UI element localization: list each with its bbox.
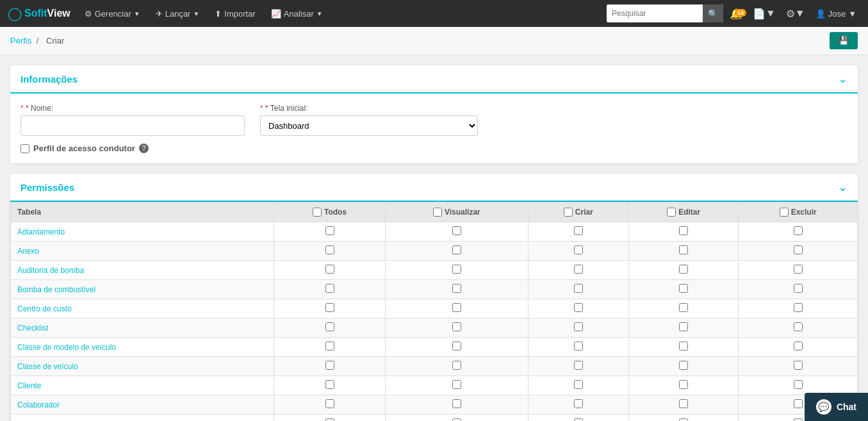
row-editar-checkbox[interactable] — [679, 380, 688, 389]
nav-lancar[interactable]: ✈ Lançar ▼ — [149, 0, 206, 27]
nav-importar[interactable]: ⬆ Importar — [208, 0, 261, 27]
row-editar-checkbox[interactable] — [679, 418, 688, 421]
row-editar-cell — [628, 280, 738, 299]
row-excluir-checkbox[interactable] — [794, 342, 803, 351]
row-criar-checkbox[interactable] — [574, 284, 583, 293]
row-todos-checkbox[interactable] — [325, 226, 334, 235]
row-excluir-checkbox[interactable] — [794, 245, 803, 254]
user-menu[interactable]: 👤 Jose ▼ — [812, 9, 860, 19]
collapse-permissions-icon[interactable]: ⌄ — [838, 180, 848, 194]
brand-logo[interactable]: ◯ Sofit View — [8, 6, 70, 21]
row-todos-checkbox[interactable] — [325, 380, 334, 389]
breadcrumb-parent[interactable]: Perfis — [10, 36, 31, 45]
row-editar-checkbox[interactable] — [679, 265, 688, 274]
row-todos-checkbox[interactable] — [325, 342, 334, 351]
row-visualizar-checkbox[interactable] — [452, 245, 461, 254]
row-excluir-checkbox[interactable] — [794, 303, 803, 312]
row-criar-checkbox[interactable] — [574, 399, 583, 408]
row-todos-checkbox[interactable] — [325, 322, 334, 331]
tela-select[interactable]: Dashboard Mapa Relatórios — [260, 115, 478, 136]
row-editar-checkbox[interactable] — [679, 342, 688, 351]
driver-profile-checkbox[interactable] — [20, 144, 29, 153]
row-excluir-checkbox[interactable] — [794, 322, 803, 331]
search-button[interactable]: 🔍 — [703, 4, 723, 22]
todos-all-checkbox[interactable] — [313, 208, 322, 217]
row-criar-checkbox[interactable] — [574, 245, 583, 254]
row-excluir-checkbox[interactable] — [794, 226, 803, 235]
row-name-link[interactable]: Cliente — [17, 381, 41, 390]
row-excluir-cell — [739, 357, 858, 376]
row-visualizar-checkbox[interactable] — [452, 418, 461, 421]
info-card-body: * * Nome: * * Tela inicial: Dashboard Ma… — [10, 94, 858, 163]
breadcrumb-bar: Perfis / Criar 💾 — [0, 27, 868, 55]
nome-input[interactable] — [20, 115, 245, 136]
row-visualizar-cell — [386, 261, 528, 280]
row-name-link[interactable]: Checklist — [17, 324, 49, 333]
row-name-link[interactable]: Classe de veículo — [17, 362, 78, 371]
row-visualizar-checkbox[interactable] — [452, 322, 461, 331]
row-excluir-checkbox[interactable] — [794, 265, 803, 274]
table-row: Bomba de combustível — [11, 280, 858, 299]
row-todos-checkbox[interactable] — [325, 265, 334, 274]
row-name-cell: Checklist — [11, 318, 274, 338]
row-name-link[interactable]: Anexo — [17, 247, 39, 256]
row-visualizar-checkbox[interactable] — [452, 342, 461, 351]
notification-button[interactable]: 🔔 14 — [726, 8, 746, 20]
chart-icon: 📈 — [271, 9, 281, 19]
row-name-link[interactable]: Classe de modelo de veículo — [17, 343, 116, 352]
row-criar-checkbox[interactable] — [574, 380, 583, 389]
chat-button[interactable]: 💬 Chat — [805, 393, 868, 421]
row-visualizar-checkbox[interactable] — [452, 284, 461, 293]
row-todos-checkbox[interactable] — [325, 303, 334, 312]
search-input[interactable] — [607, 4, 703, 22]
row-editar-checkbox[interactable] — [679, 361, 688, 370]
row-criar-checkbox[interactable] — [574, 418, 583, 421]
help-icon[interactable]: ? — [139, 144, 149, 153]
row-visualizar-checkbox[interactable] — [452, 303, 461, 312]
row-excluir-checkbox[interactable] — [794, 418, 803, 421]
nav-analisar[interactable]: 📈 Analisar ▼ — [265, 0, 329, 27]
row-visualizar-checkbox[interactable] — [452, 399, 461, 408]
nav-gerenciar[interactable]: ⚙ Gerenciar ▼ — [78, 0, 147, 27]
row-editar-checkbox[interactable] — [679, 284, 688, 293]
row-excluir-checkbox[interactable] — [794, 399, 803, 408]
settings-button[interactable]: ⚙ ▼ — [782, 8, 809, 20]
row-name-cell: Conferência de pré fatura — [11, 415, 274, 422]
row-visualizar-checkbox[interactable] — [452, 361, 461, 370]
row-criar-checkbox[interactable] — [574, 265, 583, 274]
document-button[interactable]: 📄 ▼ — [749, 8, 780, 20]
row-todos-checkbox[interactable] — [325, 245, 334, 254]
editar-all-checkbox[interactable] — [667, 208, 676, 217]
visualizar-all-checkbox[interactable] — [433, 208, 442, 217]
save-button[interactable]: 💾 — [830, 32, 858, 49]
row-name-link[interactable]: Colaborador — [17, 400, 60, 409]
row-editar-checkbox[interactable] — [679, 399, 688, 408]
table-header-row: Tabela Todos Visualizar — [11, 202, 858, 222]
row-todos-checkbox[interactable] — [325, 418, 334, 421]
row-todos-checkbox[interactable] — [325, 399, 334, 408]
row-excluir-checkbox[interactable] — [794, 284, 803, 293]
row-name-link[interactable]: Auditoria de bomba — [17, 266, 84, 275]
row-name-link[interactable]: Adiantamento — [17, 227, 65, 236]
row-criar-checkbox[interactable] — [574, 361, 583, 370]
row-criar-checkbox[interactable] — [574, 322, 583, 331]
row-editar-checkbox[interactable] — [679, 245, 688, 254]
row-visualizar-checkbox[interactable] — [452, 380, 461, 389]
row-visualizar-checkbox[interactable] — [452, 226, 461, 235]
row-criar-checkbox[interactable] — [574, 226, 583, 235]
excluir-all-checkbox[interactable] — [780, 208, 789, 217]
row-name-link[interactable]: Centro de custo — [17, 304, 72, 313]
row-name-link[interactable]: Bomba de combustível — [17, 285, 95, 294]
row-todos-checkbox[interactable] — [325, 284, 334, 293]
row-editar-checkbox[interactable] — [679, 303, 688, 312]
collapse-info-icon[interactable]: ⌄ — [838, 72, 848, 86]
row-excluir-checkbox[interactable] — [794, 380, 803, 389]
row-excluir-checkbox[interactable] — [794, 361, 803, 370]
row-visualizar-checkbox[interactable] — [452, 265, 461, 274]
row-editar-checkbox[interactable] — [679, 322, 688, 331]
criar-all-checkbox[interactable] — [564, 208, 573, 217]
row-todos-checkbox[interactable] — [325, 361, 334, 370]
row-editar-checkbox[interactable] — [679, 226, 688, 235]
row-criar-checkbox[interactable] — [574, 342, 583, 351]
row-criar-checkbox[interactable] — [574, 303, 583, 312]
